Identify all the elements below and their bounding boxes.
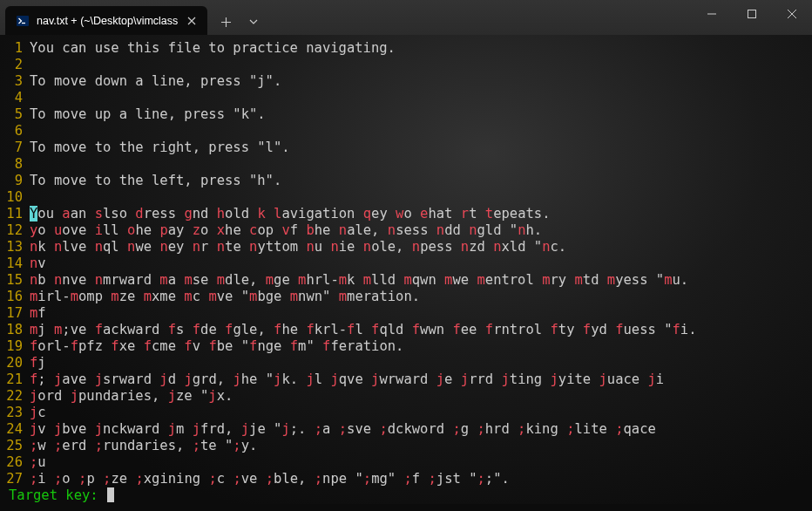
tab-close-button[interactable] xyxy=(185,14,199,28)
editor-line: 22jord jpundaries, jze "jx. xyxy=(0,388,812,405)
line-number: 7 xyxy=(0,140,30,156)
line-content: yo uove ill ohe pay zo xhe cop vf bhe na… xyxy=(30,222,542,239)
line-content: jv jbve jnckward jm jfrd, jje "j;. ;a ;s… xyxy=(30,421,656,438)
editor-line: 25;w ;erd ;rundaries, ;te ";y. xyxy=(0,438,812,454)
line-content: jord jpundaries, jze "jx. xyxy=(30,388,233,405)
editor-line: 6 xyxy=(0,123,812,140)
line-content: You aan slso dress gnd hold k lavigation… xyxy=(30,206,550,222)
editor-line: 23jc xyxy=(0,405,812,421)
line-content: ;i ;o ;p ;ze ;xgining ;c ;ve ;ble, ;npe … xyxy=(30,471,510,487)
new-tab-button[interactable] xyxy=(211,9,240,35)
line-content: forl-fpfz fxe fcme fv fbe "fnge fm" ffer… xyxy=(30,338,403,355)
line-number: 21 xyxy=(0,371,30,388)
line-number: 15 xyxy=(0,272,30,289)
line-number: 8 xyxy=(0,156,30,173)
line-number: 19 xyxy=(0,338,30,355)
maximize-button[interactable] xyxy=(732,0,772,28)
titlebar: nav.txt + (~\Desktop\vimclass xyxy=(0,0,812,35)
line-number: 17 xyxy=(0,305,30,322)
line-number: 20 xyxy=(0,355,30,371)
line-content: f; jave jsrward jd jgrd, jhe "jk. jl jqv… xyxy=(30,371,664,388)
editor-line: 9To move to the left, press "h". xyxy=(0,173,812,189)
tab-title: nav.txt + (~\Desktop\vimclass xyxy=(37,15,178,27)
editor-line: 10 xyxy=(0,189,812,206)
editor-line: 20fj xyxy=(0,355,812,371)
editor-line: 4 xyxy=(0,90,812,106)
editor-line: 7To move to the right, press "l". xyxy=(0,140,812,156)
powershell-icon xyxy=(16,14,30,28)
cursor xyxy=(107,487,114,502)
close-button[interactable] xyxy=(772,0,812,28)
tab-dropdown-button[interactable] xyxy=(240,9,267,35)
editor-line: 24jv jbve jnckward jm jfrd, jje "j;. ;a … xyxy=(0,421,812,438)
line-content: mf xyxy=(30,305,46,322)
line-number: 3 xyxy=(0,73,30,90)
line-number: 18 xyxy=(0,322,30,338)
editor-line: 13nk nlve nql nwe ney nr nte nyttom nu n… xyxy=(0,239,812,256)
line-content: To move to the left, press "h". xyxy=(30,173,281,189)
minimize-button[interactable] xyxy=(692,0,732,28)
editor-line: 5To move up a line, press "k". xyxy=(0,106,812,123)
line-content: mirl-momp mze mxme mc mve "mbge mnwn" mm… xyxy=(30,289,420,305)
editor-line: 2 xyxy=(0,57,812,73)
editor-line: 14nv xyxy=(0,256,812,272)
editor-line: 1You can use this file to practice navig… xyxy=(0,40,812,57)
line-content: nk nlve nql nwe ney nr nte nyttom nu nie… xyxy=(30,239,566,256)
editor-line: 17mf xyxy=(0,305,812,322)
line-content: To move to the right, press "l". xyxy=(30,140,290,156)
editor-line: 19forl-fpfz fxe fcme fv fbe "fnge fm" ff… xyxy=(0,338,812,355)
editor-line: 21f; jave jsrward jd jgrd, jhe "jk. jl j… xyxy=(0,371,812,388)
line-number: 9 xyxy=(0,173,30,189)
line-number: 13 xyxy=(0,239,30,256)
line-content: To move down a line, press "j". xyxy=(30,73,281,90)
line-content: nv xyxy=(30,256,46,272)
editor-line: 16mirl-momp mze mxme mc mve "mbge mnwn" … xyxy=(0,289,812,305)
line-content: You can use this file to practice naviga… xyxy=(30,40,396,57)
tabs-area: nav.txt + (~\Desktop\vimclass xyxy=(0,0,267,35)
line-number: 12 xyxy=(0,222,30,239)
editor-line: 11You aan slso dress gnd hold k lavigati… xyxy=(0,206,812,222)
line-content: jc xyxy=(30,405,46,421)
editor-line: 26;u xyxy=(0,454,812,471)
line-number: 24 xyxy=(0,421,30,438)
line-number: 5 xyxy=(0,106,30,123)
window-controls xyxy=(692,0,812,35)
line-number: 14 xyxy=(0,256,30,272)
editor-line: 12yo uove ill ohe pay zo xhe cop vf bhe … xyxy=(0,222,812,239)
line-number: 25 xyxy=(0,438,30,454)
line-number: 10 xyxy=(0,189,30,206)
editor-line: 8 xyxy=(0,156,812,173)
line-number: 2 xyxy=(0,57,30,73)
editor-line: 18mj m;ve fackward fs fde fgle, fhe fkrl… xyxy=(0,322,812,338)
line-number: 22 xyxy=(0,388,30,405)
svg-rect-0 xyxy=(17,16,29,26)
line-content: fj xyxy=(30,355,46,371)
line-number: 26 xyxy=(0,454,30,471)
svg-rect-1 xyxy=(748,10,756,18)
line-content: ;w ;erd ;rundaries, ;te ";y. xyxy=(30,438,257,454)
line-number: 11 xyxy=(0,206,30,222)
line-content: nb nnve nmrward ma mse mdle, mge mhrl-mk… xyxy=(30,272,688,289)
editor-line: 27;i ;o ;p ;ze ;xgining ;c ;ve ;ble, ;np… xyxy=(0,471,812,487)
line-number: 27 xyxy=(0,471,30,487)
editor-line: 15nb nnve nmrward ma mse mdle, mge mhrl-… xyxy=(0,272,812,289)
line-content: ;u xyxy=(30,454,46,471)
line-number: 23 xyxy=(0,405,30,421)
tab-active[interactable]: nav.txt + (~\Desktop\vimclass xyxy=(5,6,207,35)
line-number: 4 xyxy=(0,90,30,106)
terminal-content[interactable]: 1You can use this file to practice navig… xyxy=(0,35,812,504)
line-number: 1 xyxy=(0,40,30,57)
line-number: 6 xyxy=(0,123,30,140)
line-content: mj m;ve fackward fs fde fgle, fhe fkrl-f… xyxy=(30,322,697,338)
editor-line: 3To move down a line, press "j". xyxy=(0,73,812,90)
line-number: 16 xyxy=(0,289,30,305)
line-content: To move up a line, press "k". xyxy=(30,106,266,123)
target-key-prompt[interactable]: Target key: xyxy=(0,487,812,504)
